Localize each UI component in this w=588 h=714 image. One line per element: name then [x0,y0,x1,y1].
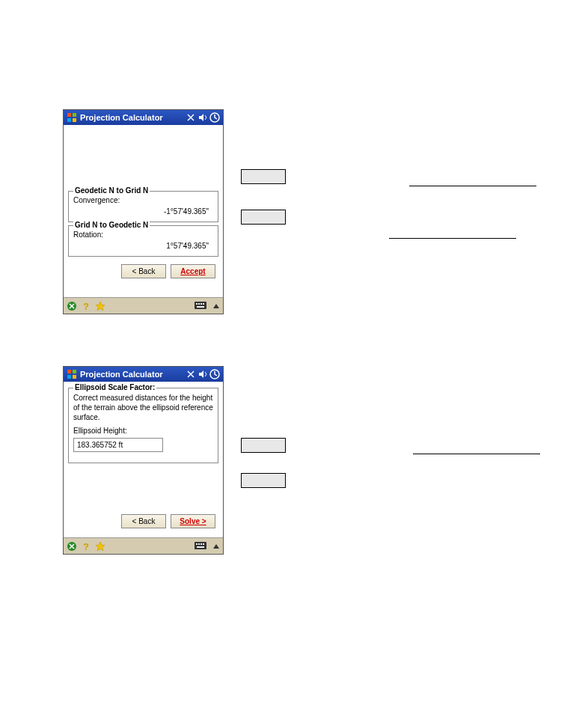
volume-icon[interactable] [198,370,207,379]
back-button[interactable]: < Back [121,264,166,278]
svg-marker-24 [96,542,105,551]
annotation-box [241,169,286,184]
star-icon[interactable] [95,541,105,552]
svg-rect-19 [73,375,76,379]
close-icon[interactable] [67,541,77,552]
help-icon[interactable]: ? [82,541,91,552]
up-arrow-icon[interactable] [212,302,220,310]
group-description: Correct measured distances for the heigh… [73,393,213,422]
svg-text:?: ? [83,541,89,552]
svg-rect-2 [67,118,71,122]
svg-rect-29 [203,543,204,545]
svg-marker-15 [213,304,219,308]
ellipsoid-height-input[interactable]: 183.365752 ft [73,438,163,452]
button-row: < Back Solve > [67,510,220,534]
annotation-line [409,186,536,186]
annotation-box [241,438,286,453]
annotation-box [241,473,286,488]
svg-rect-28 [200,543,202,545]
accept-button[interactable]: Accept [171,264,215,278]
svg-text:?: ? [83,301,89,311]
pda-window-1: Projection Calculator Geodetic N to Grid… [63,109,224,314]
svg-marker-4 [199,114,203,121]
svg-marker-8 [96,302,105,311]
star-icon[interactable] [95,301,105,311]
svg-rect-3 [73,118,76,122]
connectivity-icon[interactable] [186,113,196,122]
bottom-bar: ? [64,297,223,314]
volume-icon[interactable] [198,113,207,122]
button-row: < Back Accept [67,260,220,284]
bottom-bar: ? [64,537,223,554]
svg-rect-26 [196,543,197,545]
svg-rect-11 [198,303,200,305]
close-icon[interactable] [67,301,77,311]
annotation-line [389,238,516,239]
content-area: Geodetic N to Grid N Convergence: -1°57'… [64,125,223,297]
svg-marker-20 [199,370,203,378]
keyboard-icon[interactable] [195,302,206,311]
svg-rect-14 [197,306,204,308]
group-legend: Grid N to Geodetic N [73,221,150,229]
titlebar: Projection Calculator [64,110,223,125]
back-button[interactable]: < Back [121,514,166,528]
window-title: Projection Calculator [80,370,186,379]
svg-rect-9 [195,302,206,309]
annotation-line [413,454,540,454]
connectivity-icon[interactable] [186,370,196,379]
group-legend: Ellipsoid Scale Factor: [73,383,156,391]
svg-rect-30 [197,546,204,548]
window-title: Projection Calculator [80,113,186,122]
geodetic-to-grid-group: Geodetic N to Grid N Convergence: -1°57'… [68,191,218,222]
keyboard-icon[interactable] [195,542,206,551]
svg-rect-18 [67,375,71,379]
svg-rect-16 [67,370,71,373]
up-arrow-icon[interactable] [212,543,220,550]
help-icon[interactable]: ? [82,301,91,311]
content-area: Ellipsoid Scale Factor: Correct measured… [64,382,223,537]
rotation-label: Rotation: [73,231,213,239]
svg-rect-27 [198,543,200,545]
svg-rect-10 [196,303,197,305]
windows-logo-icon [67,112,77,123]
pda-window-2: Projection Calculator Ellipsoid Scale Fa… [63,366,224,555]
convergence-value: -1°57'49.365" [73,207,213,216]
group-legend: Geodetic N to Grid N [73,186,150,195]
clock-icon[interactable] [209,369,220,379]
solve-button[interactable]: Solve > [171,514,215,528]
svg-rect-17 [73,370,76,373]
svg-rect-25 [195,542,206,549]
convergence-label: Convergence: [73,196,213,204]
svg-marker-31 [213,544,219,549]
ellipsoid-height-label: Ellipsoid Height: [73,427,213,435]
clock-icon[interactable] [209,112,220,123]
windows-logo-icon [67,369,77,379]
svg-rect-13 [203,303,204,305]
annotation-box [241,210,286,225]
grid-to-geodetic-group: Grid N to Geodetic N Rotation: 1°57'49.3… [68,225,218,257]
ellipsoid-scale-group: Ellipsoid Scale Factor: Correct measured… [68,388,218,463]
svg-rect-12 [200,303,202,305]
titlebar: Projection Calculator [64,367,223,382]
svg-rect-1 [73,113,76,117]
svg-rect-0 [67,113,71,117]
rotation-value: 1°57'49.365" [73,242,213,250]
